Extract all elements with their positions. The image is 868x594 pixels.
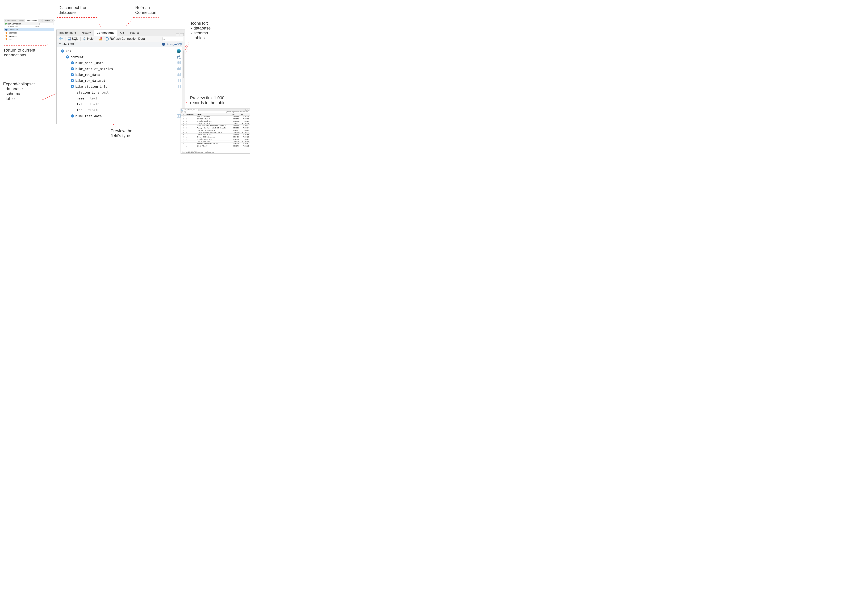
- column-header[interactable]: lat ‡: [232, 113, 240, 116]
- small-tab-history[interactable]: History: [17, 19, 25, 22]
- connection-row[interactable]: packages ›: [4, 34, 54, 37]
- tree-field: name : text: [58, 95, 174, 101]
- small-tab-git[interactable]: Git: [38, 19, 43, 22]
- new-connection-button[interactable]: New Connection: [7, 23, 21, 25]
- tree-database[interactable]: rds: [58, 48, 174, 54]
- table-row[interactable]: 4 4 Crystal Dr & 15th St S 38.86017 -77.…: [181, 122, 250, 125]
- maximize-icon[interactable]: [180, 33, 184, 36]
- cell-lat: 38.84260: [232, 136, 240, 138]
- main-toolbar: SQL ? Help × Refresh Connection Data ⌕: [57, 36, 185, 42]
- tree-schema[interactable]: content: [58, 54, 174, 60]
- table-icon: [182, 109, 183, 111]
- small-search-input[interactable]: [40, 22, 53, 25]
- table-row[interactable]: 8 8 Crystal City Metro / 18th St & S Bel…: [181, 131, 250, 134]
- open-connection-icon[interactable]: ›: [50, 29, 54, 31]
- tree-table-label: bike_model_data: [75, 61, 103, 65]
- table-preview-icon[interactable]: [177, 61, 180, 64]
- pin-icon: [5, 38, 7, 40]
- cell-name: Pentagon City Metro / 12th St & S Hayes …: [196, 127, 231, 129]
- back-button[interactable]: [58, 37, 64, 41]
- tree-field-type: float8: [88, 108, 99, 112]
- cell-station-id: 6: [185, 127, 196, 129]
- table-row[interactable]: 5 5 Aurora Hills Cmty Ctr / 18th St & S …: [181, 125, 250, 127]
- expander-icon[interactable]: [71, 85, 74, 88]
- connection-row[interactable]: rsconnect ›: [4, 31, 54, 34]
- table-row[interactable]: 3 3 Crystal Dr & 20th St S 38.85643 -77.…: [181, 120, 250, 122]
- table-preview-icon[interactable]: [177, 73, 180, 76]
- expander-icon[interactable]: [71, 61, 74, 64]
- tree-table[interactable]: bike_predict_metrics: [58, 66, 174, 72]
- expander-icon[interactable]: [71, 73, 74, 76]
- table-row[interactable]: 9 10 Crystal Dr & 27th St S 38.84847 -77…: [181, 134, 250, 136]
- expander-icon[interactable]: [66, 55, 69, 59]
- tree-table[interactable]: bike_raw_dataset: [58, 78, 174, 84]
- tree-field-name: station_id: [77, 91, 96, 94]
- cell-lon: -77.05151: [240, 134, 250, 136]
- minimize-icon[interactable]: [176, 33, 179, 36]
- preview-back-icon[interactable]: [182, 111, 183, 113]
- preview-filter-icon[interactable]: [184, 111, 186, 113]
- small-window-controls: [51, 20, 55, 21]
- maximize-icon[interactable]: [53, 20, 55, 21]
- tab-environment[interactable]: Environment: [57, 30, 79, 36]
- tree-table[interactable]: bike_raw_data: [58, 72, 174, 78]
- tab-tutorial[interactable]: Tutorial: [127, 30, 142, 36]
- refresh-button[interactable]: Refresh Connection Data: [104, 37, 146, 41]
- help-button[interactable]: ? Help: [82, 37, 94, 41]
- small-tab-connections[interactable]: Connections: [25, 19, 38, 22]
- column-header[interactable]: name ‡: [196, 113, 231, 116]
- table-preview-icon[interactable]: [177, 114, 180, 118]
- minimize-icon[interactable]: [51, 20, 53, 21]
- help-label: Help: [87, 37, 94, 41]
- maximize-icon[interactable]: [248, 109, 249, 111]
- scroll-thumb[interactable]: [183, 50, 185, 78]
- open-connection-icon[interactable]: ›: [50, 38, 54, 40]
- tree-table[interactable]: bike_model_data: [58, 60, 174, 66]
- expander-icon[interactable]: [71, 79, 74, 82]
- sql-button[interactable]: SQL: [67, 37, 79, 41]
- preview-grid[interactable]: ^station_id ‡name ‡lat ‡lon ‡ 1 1 Eads S…: [181, 113, 250, 147]
- table-row[interactable]: 2 2 18th St & S Eads St 38.85725 -77.053…: [181, 118, 250, 120]
- table-row[interactable]: 6 6 Pentagon City Metro / 12th St & S Ha…: [181, 127, 250, 129]
- table-row[interactable]: 11 12 Crystal Dr & 23rd St S 38.85330 -7…: [181, 138, 250, 140]
- table-row[interactable]: 12 13 Clark St & 26th St S 38.85069 -77.…: [181, 140, 250, 143]
- disconnect-button[interactable]: ×: [97, 37, 103, 41]
- cell-name: Crystal Dr & 15th St S: [196, 122, 231, 125]
- table-row[interactable]: 7 7 Army Navy Dr & S Joyce St 38.86370 -…: [181, 129, 250, 131]
- cell-lat: 38.86017: [232, 122, 240, 125]
- expander-icon[interactable]: [71, 114, 74, 118]
- table-row[interactable]: 14 15 14th & V St NW 38.91793 -77.03211: [181, 145, 250, 147]
- table-row[interactable]: 10 11 S Glebe Rd & Potomac Ave 38.84260 …: [181, 136, 250, 138]
- small-tab-tutorial[interactable]: Tutorial: [43, 19, 51, 22]
- close-icon[interactable]: ×: [196, 109, 197, 111]
- tab-connections[interactable]: Connections: [94, 30, 117, 36]
- table-preview-icon[interactable]: [177, 79, 180, 82]
- search-input[interactable]: [162, 37, 183, 41]
- column-header[interactable]: station_id ‡: [185, 113, 196, 116]
- table-preview-icon[interactable]: [177, 67, 180, 70]
- table-row[interactable]: 1 1 Eads St & 15th St S 38.85897 -77.053…: [181, 116, 250, 118]
- tab-git[interactable]: Git: [117, 30, 127, 36]
- expander-icon[interactable]: [61, 50, 64, 53]
- tree-field-name: lon: [77, 108, 83, 112]
- tree-table[interactable]: bike_station_info: [58, 84, 174, 89]
- row-index: 12: [181, 140, 185, 143]
- expander-icon[interactable]: [71, 67, 74, 70]
- connection-row[interactable]: Content DB ›: [4, 28, 54, 31]
- connection-row[interactable]: local ›: [4, 37, 54, 41]
- cell-name: Aurora Hills Cmty Ctr / 18th St & S Haye…: [196, 125, 231, 127]
- tree-table[interactable]: bike_test_data: [58, 113, 174, 119]
- minimize-icon[interactable]: [245, 109, 247, 111]
- small-tabs: Environment History Connections Git Tuto…: [4, 19, 54, 22]
- column-header[interactable]: lon ‡: [240, 113, 250, 116]
- tree-field: lon : float8: [58, 107, 174, 113]
- table-row[interactable]: 13 14 19th St & Pennsylvania Ave NW 38.9…: [181, 143, 250, 145]
- open-connection-icon[interactable]: ›: [50, 32, 54, 34]
- small-tab-environment[interactable]: Environment: [4, 19, 17, 22]
- preview-tab[interactable]: bike_station_info ×: [181, 109, 199, 111]
- open-connection-icon[interactable]: ›: [50, 35, 54, 37]
- tab-history[interactable]: History: [79, 30, 94, 36]
- table-preview-icon[interactable]: [177, 85, 180, 88]
- tree-table-label: bike_test_data: [75, 114, 102, 118]
- cell-name: Clark St & 26th St S: [196, 140, 231, 143]
